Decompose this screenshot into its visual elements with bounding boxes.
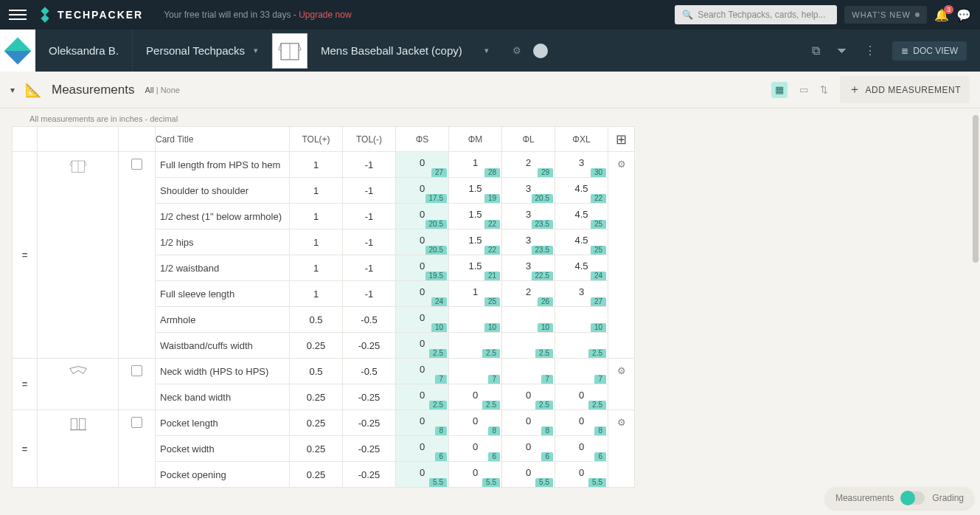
size-cell[interactable]: 05.5	[555, 462, 608, 488]
size-cell[interactable]: 019.5	[396, 255, 449, 281]
feedback-icon[interactable]: 💬	[956, 8, 971, 22]
workspace-logo[interactable]	[0, 30, 35, 72]
owner-dropdown[interactable]: Oleksandra B.	[35, 30, 133, 72]
row-checkbox[interactable]	[119, 410, 156, 488]
size-cell[interactable]: 010	[396, 307, 449, 333]
collapse-icon[interactable]: ▾	[10, 85, 15, 95]
sort-icon[interactable]: ⇅	[820, 84, 828, 95]
size-cell[interactable]: 226	[502, 281, 555, 307]
measurement-title[interactable]: Pocket length	[156, 410, 290, 436]
size-cell[interactable]: 05.5	[502, 462, 555, 488]
tol-plus-cell[interactable]: 1	[290, 281, 343, 307]
size-cell[interactable]: 05.5	[449, 462, 502, 488]
size-cell[interactable]: 1.522	[449, 204, 502, 229]
tol-plus-cell[interactable]: 1	[290, 152, 343, 178]
size-cell[interactable]: 027	[396, 152, 449, 178]
row-settings-icon[interactable]: ⚙	[608, 152, 635, 359]
tol-minus-cell[interactable]: -0.25	[343, 333, 396, 359]
size-cell[interactable]: 020.5	[396, 229, 449, 255]
tol-plus-cell[interactable]: 0.5	[290, 359, 343, 384]
size-cell[interactable]: 1.522	[449, 229, 502, 255]
size-cell[interactable]: 10	[555, 307, 608, 333]
size-cell[interactable]: 229	[502, 152, 555, 178]
grid-view-icon[interactable]: ▦	[771, 82, 788, 98]
size-cell[interactable]: 7	[502, 359, 555, 384]
size-cell[interactable]: 327	[555, 281, 608, 307]
tol-minus-cell[interactable]: -0.5	[343, 307, 396, 333]
tol-plus-cell[interactable]: 0.25	[290, 384, 343, 410]
size-cell[interactable]: 06	[396, 436, 449, 462]
search-input[interactable]: 🔍 Search Techpacks, cards, help...	[675, 5, 837, 24]
size-cell[interactable]: 02.5	[396, 384, 449, 410]
row-checkbox[interactable]	[119, 359, 156, 410]
tol-minus-cell[interactable]: -0.25	[343, 384, 396, 410]
size-cell[interactable]: 320.5	[502, 178, 555, 204]
select-toggle[interactable]: All | None	[145, 86, 180, 94]
tol-minus-cell[interactable]: -1	[343, 255, 396, 281]
measurement-title[interactable]: 1/2 chest (1" below armhole)	[156, 204, 290, 229]
techpack-thumb[interactable]	[272, 33, 307, 69]
tol-minus-cell[interactable]: -1	[343, 229, 396, 255]
tol-plus-cell[interactable]: 0.25	[290, 410, 343, 436]
size-cell[interactable]: 4.525	[555, 229, 608, 255]
size-cell[interactable]: 10	[502, 307, 555, 333]
size-cell[interactable]: 2.5	[449, 333, 502, 359]
size-cell[interactable]: 02.5	[396, 333, 449, 359]
size-cell[interactable]: 330	[555, 152, 608, 178]
drag-handle[interactable]: =	[13, 152, 38, 359]
size-cell[interactable]: 07	[396, 359, 449, 384]
tol-minus-cell[interactable]: -1	[343, 281, 396, 307]
size-cell[interactable]: 323.5	[502, 204, 555, 229]
tol-plus-cell[interactable]: 1	[290, 178, 343, 204]
tol-plus-cell[interactable]: 0.5	[290, 307, 343, 333]
techpack-settings-icon[interactable]: ⚙	[512, 45, 521, 56]
size-cell[interactable]: 7	[449, 359, 502, 384]
tol-plus-cell[interactable]: 0.25	[290, 333, 343, 359]
size-cell[interactable]: 06	[555, 436, 608, 462]
scrollbar[interactable]	[973, 115, 979, 263]
tol-plus-cell[interactable]: 1	[290, 229, 343, 255]
copy-icon[interactable]: ⧉	[812, 44, 820, 58]
menu-icon[interactable]	[9, 6, 27, 24]
size-cell[interactable]: 128	[449, 152, 502, 178]
size-cell[interactable]: 323.5	[502, 229, 555, 255]
techpack-dropdown[interactable]: Mens Baseball Jacket (copy) ▾	[307, 30, 502, 72]
measurement-title[interactable]: Pocket opening	[156, 462, 290, 488]
row-settings-icon[interactable]: ⚙	[608, 410, 635, 488]
measurement-title[interactable]: Neck width (HPS to HPS)	[156, 359, 290, 384]
measurement-title[interactable]: Waistband/cuffs width	[156, 333, 290, 359]
brand-logo[interactable]: TECHPACKER	[38, 8, 143, 21]
row-settings-icon[interactable]: ⚙	[608, 359, 635, 410]
measurement-title[interactable]: Pocket width	[156, 436, 290, 462]
tol-minus-cell[interactable]: -0.5	[343, 359, 396, 384]
tol-minus-cell[interactable]: -1	[343, 204, 396, 229]
drag-handle[interactable]: =	[13, 410, 38, 488]
size-cell[interactable]: 08	[396, 410, 449, 436]
image-view-icon[interactable]: ▭	[799, 84, 808, 95]
tol-plus-cell[interactable]: 1	[290, 255, 343, 281]
size-cell[interactable]: 02.5	[555, 384, 608, 410]
size-cell[interactable]: 08	[449, 410, 502, 436]
measurement-title[interactable]: Full sleeve length	[156, 281, 290, 307]
card-thumb[interactable]	[38, 410, 119, 488]
more-icon[interactable]: ⋮	[864, 44, 876, 58]
tol-minus-cell[interactable]: -1	[343, 178, 396, 204]
size-cell[interactable]: 1.521	[449, 255, 502, 281]
size-cell[interactable]: 02.5	[449, 384, 502, 410]
notifications-icon[interactable]: 🔔3	[934, 8, 949, 22]
size-cell[interactable]: 10	[449, 307, 502, 333]
size-cell[interactable]: 2.5	[555, 333, 608, 359]
doc-view-button[interactable]: ≣ DOC VIEW	[892, 41, 967, 61]
measurement-title[interactable]: Shoulder to shoulder	[156, 178, 290, 204]
size-cell[interactable]: 7	[555, 359, 608, 384]
size-cell[interactable]: 322.5	[502, 255, 555, 281]
card-thumb[interactable]	[38, 152, 119, 359]
size-cell[interactable]: 020.5	[396, 204, 449, 229]
size-cell[interactable]: 1.519	[449, 178, 502, 204]
row-checkbox[interactable]	[119, 152, 156, 359]
card-thumb[interactable]	[38, 359, 119, 410]
size-cell[interactable]: 4.525	[555, 204, 608, 229]
measurement-title[interactable]: Full length from HPS to hem	[156, 152, 290, 178]
drag-handle[interactable]: =	[13, 359, 38, 410]
tol-minus-cell[interactable]: -1	[343, 152, 396, 178]
